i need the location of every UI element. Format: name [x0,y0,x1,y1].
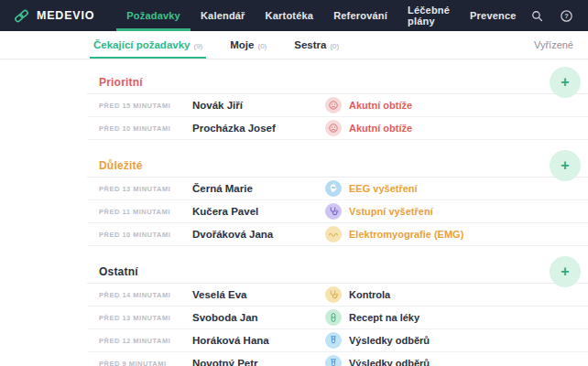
section-title: Prioritní [99,76,143,89]
nav-item-po-adavky[interactable]: Požadavky [116,0,191,31]
main-navigation: Požadavky Kalendář Kartotéka Referování … [116,0,526,31]
request-type-label: Akutní obtíže [349,100,412,111]
patient-name: Veselá Eva [192,289,325,300]
request-type-label: Kontrola [349,289,390,300]
request-row[interactable]: PŘED 10 MINUTAMI Dvořáková Jana Elektrom… [87,223,588,246]
request-section: Důležité + PŘED 13 MINUTAMI Černá Marie … [87,154,588,246]
patient-name: Horáková Hana [192,335,325,346]
request-row[interactable]: PŘED 14 MINUTAMI Veselá Eva Kontrola [87,284,588,307]
request-service: Výsledky odběrů [325,355,430,366]
request-row[interactable]: PŘED 13 MINUTAMI Svoboda Jan Recept na l… [87,307,588,329]
request-type-label: Akutní obtíže [349,123,412,134]
request-time: PŘED 10 MINUTAMI [99,124,192,133]
request-row[interactable]: PŘED 12 MINUTAMI Horáková Hana Výsledky … [87,329,588,352]
add-request-button[interactable]: + [550,256,581,287]
request-time: PŘED 15 MINUTAMI [99,102,192,110]
tab-label: Čekající požadavky [93,39,190,50]
request-service: EEG vyšetření [325,180,418,197]
request-type-label: Recept na léky [349,312,419,323]
brand-logo[interactable]: MEDEVIO [0,0,94,31]
tab-count: (0) [257,42,267,50]
nav-item-label: Léčebné plány [408,5,450,27]
request-type-label: Výsledky odběrů [349,358,430,366]
nav-item-label: Požadavky [126,10,180,21]
nav-item-label: Prevence [470,10,517,21]
tab[interactable]: Moje (0) [228,31,268,59]
help-button[interactable]: ? [556,5,578,27]
request-service: Kontrola [325,286,390,303]
request-service: Recept na léky [325,309,419,326]
test-tube-icon [325,355,342,366]
patient-name: Novák Jiří [192,100,325,111]
sad-face-icon [325,97,342,113]
nav-item-l-ebn-pl-ny[interactable]: Léčebné plány [397,0,460,31]
nav-item-kartot-ka[interactable]: Kartotéka [256,0,324,31]
nav-item-prevence[interactable]: Prevence [460,0,527,31]
request-row[interactable]: PŘED 9 MINUTAMI Novotný Petr Výsledky od… [87,352,588,366]
add-request-button[interactable]: + [550,150,581,181]
section-rows: PŘED 15 MINUTAMI Novák Jiří Akutní obtíž… [87,94,588,140]
navbar-actions: ? [527,0,588,31]
pill-icon [325,309,342,326]
nav-item-kalend-[interactable]: Kalendář [191,0,256,31]
request-time: PŘED 9 MINUTAMI [99,360,192,366]
section-title: Ostatní [99,265,138,278]
resolved-link[interactable]: Vyřízené [534,31,573,59]
section-header: Důležité + [87,154,588,178]
stethoscope-icon [325,286,342,303]
tab-bar: Čekající požadavky (9) Moje (0) Sestra (… [0,31,588,59]
request-list: Prioritní + PŘED 15 MINUTAMI Novák Jiří … [0,59,588,366]
stethoscope-icon [325,203,342,220]
patient-name: Procházka Josef [192,123,325,134]
patient-name: Svoboda Jan [192,312,325,323]
patient-name: Černá Marie [192,183,325,194]
plus-icon: + [561,75,569,90]
patient-name: Novotný Petr [192,358,325,366]
section-rows: PŘED 13 MINUTAMI Černá Marie EEG vyšetře… [87,178,588,246]
nav-item-referov-n-[interactable]: Referování [323,0,397,31]
test-tube-icon [325,332,342,349]
wave-icon [325,226,342,242]
section-header: Ostatní + [87,260,588,284]
chain-link-icon [13,7,30,25]
tab-count: (9) [193,42,202,50]
request-time: PŘED 13 MINUTAMI [99,314,192,322]
tab[interactable]: Čekající požadavky (9) [92,31,204,59]
request-time: PŘED 11 MINUTAMI [99,208,192,216]
nav-item-label: Referování [333,10,387,21]
brand-name: MEDEVIO [37,9,94,22]
tab[interactable]: Sestra (0) [292,31,341,59]
request-time: PŘED 12 MINUTAMI [99,337,192,345]
svg-text:?: ? [564,12,569,20]
tab-label: Sestra [294,39,326,50]
request-time: PŘED 10 MINUTAMI [99,231,192,239]
request-time: PŘED 14 MINUTAMI [99,291,192,299]
request-type-label: EEG vyšetření [349,183,418,194]
tab-label: Moje [230,39,254,50]
add-request-button[interactable]: + [550,67,581,98]
plus-icon: + [561,264,569,279]
request-row[interactable]: PŘED 10 MINUTAMI Procházka Josef Akutní … [87,117,588,140]
request-service: Akutní obtíže [325,120,412,136]
request-section: Ostatní + PŘED 14 MINUTAMI Veselá Eva Ko… [87,260,588,366]
request-row[interactable]: PŘED 15 MINUTAMI Novák Jiří Akutní obtíž… [87,94,588,117]
search-button[interactable] [527,5,549,27]
request-row[interactable]: PŘED 13 MINUTAMI Černá Marie EEG vyšetře… [87,178,588,200]
head-eeg-icon [325,180,342,197]
tabs: Čekající požadavky (9) Moje (0) Sestra (… [92,31,365,59]
tab-count: (0) [330,42,339,50]
patient-name: Kučera Pavel [192,206,325,217]
request-type-label: Výsledky odběrů [349,335,430,346]
top-navbar: MEDEVIO Požadavky Kalendář Kartotéka Ref… [0,0,588,31]
nav-item-label: Kalendář [201,10,245,21]
request-row[interactable]: PŘED 11 MINUTAMI Kučera Pavel Vstupní vy… [87,200,588,223]
request-type-label: Elektromyografie (EMG) [349,229,463,240]
section-rows: PŘED 14 MINUTAMI Veselá Eva Kontrola PŘE… [87,284,588,366]
plus-icon: + [561,158,569,173]
sad-face-icon [325,120,342,136]
search-icon [529,8,545,24]
request-section: Prioritní + PŘED 15 MINUTAMI Novák Jiří … [87,70,588,140]
request-service: Akutní obtíže [325,97,412,113]
help-icon: ? [559,8,574,24]
section-title: Důležité [99,159,143,172]
